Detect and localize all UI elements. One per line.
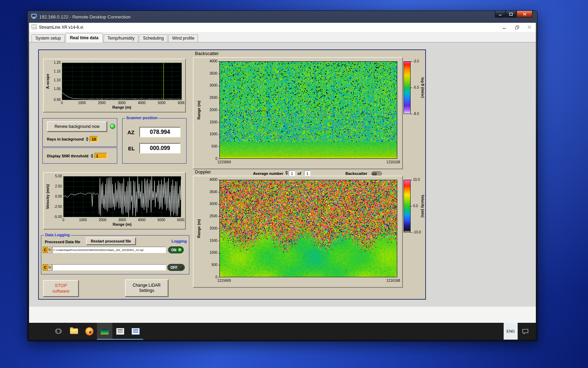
backscatter-heatmap bbox=[194, 59, 401, 168]
drive-letter-box: C bbox=[43, 247, 48, 253]
remote-desktop-session: StreamLine XR v14-6.vi System setup Real… bbox=[29, 23, 536, 340]
doppler-heatmap bbox=[194, 177, 401, 286]
rdp-minimize-button[interactable] bbox=[495, 11, 505, 18]
rays-in-background-label: Rays in background bbox=[47, 137, 84, 141]
document-window-icon bbox=[132, 328, 140, 335]
raw-drive-letter-box: C bbox=[43, 264, 48, 271]
lidar-realtime-panel: Renew background now Rays in background … bbox=[38, 49, 426, 300]
firefox-button[interactable] bbox=[82, 323, 97, 340]
raw-folder-browse-icon[interactable] bbox=[48, 264, 52, 271]
scanner-position-title: Scanner position bbox=[125, 116, 159, 120]
processed-path-field[interactable]: C:\Lidar\Data\Proc\2023\202309\20230921\… bbox=[52, 247, 166, 253]
change-lidar-settings-button[interactable]: Change LiDAR Settings bbox=[125, 279, 168, 297]
doppler-colorbar bbox=[403, 177, 426, 239]
tab-scheduling[interactable]: Scheduling bbox=[139, 34, 167, 42]
average-spinner-icon[interactable] bbox=[285, 171, 288, 175]
app-titlebar[interactable]: StreamLine XR v14-6.vi bbox=[29, 23, 536, 32]
restart-processed-file-button[interactable]: Restart processed file bbox=[86, 237, 136, 245]
logging-label: Logging bbox=[172, 239, 187, 243]
logging-on-label: ON bbox=[171, 248, 176, 252]
app-close-button[interactable] bbox=[523, 23, 536, 32]
logging-off-label: OFF bbox=[170, 266, 177, 270]
backscatter-heatmap-frame bbox=[193, 57, 403, 169]
processed-path-control: C C:\Lidar\Data\Proc\2023\202309\2023092… bbox=[43, 247, 166, 253]
rdp-maximize-button[interactable] bbox=[506, 11, 516, 18]
processed-data-file-label: Processed Data file bbox=[45, 240, 80, 244]
el-label: EL bbox=[128, 145, 135, 151]
stop-button-line2: software bbox=[52, 288, 69, 294]
app-window: StreamLine XR v14-6.vi System setup Real… bbox=[29, 23, 536, 323]
remote-desktop-icon bbox=[31, 14, 37, 20]
language-indicator[interactable]: ENG bbox=[504, 323, 518, 340]
scan-scheduler-button[interactable] bbox=[112, 323, 128, 340]
ascope-graph-frame bbox=[43, 59, 186, 113]
ascope-graph bbox=[44, 60, 184, 111]
app-minimize-button[interactable] bbox=[498, 23, 511, 32]
rays-value-field[interactable]: 10 bbox=[90, 136, 98, 142]
front-panel-area: Renew background now Rays in background … bbox=[29, 42, 536, 323]
folder-browse-icon[interactable] bbox=[48, 247, 52, 253]
taskbar: ENG bbox=[29, 323, 536, 340]
rdp-titlebar[interactable]: 192.168.0.122 - Remote Desktop Connectio… bbox=[28, 11, 537, 23]
el-value-display: 000.099 bbox=[139, 143, 181, 154]
scanner-position-group: Scanner position AZ 078.994 EL 000.099 bbox=[122, 118, 187, 164]
backscatter-colorbar bbox=[403, 59, 426, 120]
notification-center-button[interactable] bbox=[518, 323, 533, 340]
raw-path-control: C bbox=[43, 264, 166, 271]
logging-off-indicator[interactable]: OFF bbox=[167, 264, 185, 271]
taskbar-app-icons bbox=[51, 323, 143, 340]
tab-real-time-data[interactable]: Real time data bbox=[65, 33, 103, 42]
snr-threshold-group: Display SNR threshold 1 bbox=[42, 148, 117, 164]
velocity-graph bbox=[44, 173, 184, 228]
logging-off-led-icon bbox=[179, 265, 183, 270]
scan-scheduler-icon bbox=[116, 328, 124, 335]
data-logging-title: Data Logging bbox=[44, 233, 71, 237]
rdp-window-buttons bbox=[495, 11, 532, 18]
app-restore-button[interactable] bbox=[511, 23, 523, 32]
logging-on-indicator[interactable]: ON bbox=[168, 246, 184, 253]
rays-spinner-icon[interactable] bbox=[86, 137, 89, 141]
streamline-app-button[interactable] bbox=[97, 323, 112, 340]
restore-icon bbox=[515, 26, 519, 29]
change-button-line2: Settings bbox=[139, 288, 154, 293]
file-explorer-icon bbox=[70, 328, 78, 334]
background-group: Renew background now Rays in background … bbox=[42, 118, 117, 147]
average-of-label: of bbox=[298, 171, 301, 176]
taskbar-system-tray: ENG bbox=[504, 323, 533, 340]
task-view-icon bbox=[55, 328, 62, 335]
rdp-window: 192.168.0.122 - Remote Desktop Connectio… bbox=[27, 11, 538, 341]
tab-temp-humidity[interactable]: Temp/humidity bbox=[104, 34, 138, 42]
document-app-button[interactable] bbox=[128, 323, 143, 340]
rays-in-background-control: Rays in background 10 bbox=[47, 136, 98, 142]
app-window-buttons bbox=[498, 23, 536, 32]
tab-wind-profile[interactable]: Wind profile bbox=[168, 34, 198, 42]
renew-background-led-icon bbox=[110, 124, 115, 129]
stop-software-button[interactable]: STOP software bbox=[43, 280, 79, 297]
backscatter-title: Backscatter bbox=[195, 51, 219, 56]
raw-path-field[interactable] bbox=[52, 264, 166, 271]
velocity-graph-frame bbox=[43, 172, 186, 230]
stop-button-line1: STOP bbox=[55, 283, 67, 288]
close-icon bbox=[523, 13, 526, 16]
maximize-icon bbox=[509, 13, 513, 16]
snr-value-field[interactable]: 1 bbox=[94, 153, 107, 159]
app-title: StreamLine XR v14-6.vi bbox=[39, 25, 83, 30]
doppler-title: Doppler bbox=[195, 169, 211, 175]
average-number-label: Average number bbox=[253, 171, 283, 176]
tab-system-setup[interactable]: System setup bbox=[31, 34, 65, 42]
vi-file-icon bbox=[31, 24, 37, 30]
streamline-app-icon bbox=[100, 328, 109, 335]
snr-threshold-control: Display SNR threshold 1 bbox=[47, 153, 107, 159]
notification-center-icon bbox=[522, 328, 529, 334]
task-view-button[interactable] bbox=[51, 323, 66, 340]
data-logging-group: Data Logging Processed Data file Restart… bbox=[41, 235, 189, 274]
renew-background-button[interactable]: Renew background now bbox=[47, 121, 107, 132]
snr-spinner-icon[interactable] bbox=[91, 154, 93, 158]
close-icon bbox=[528, 26, 531, 29]
change-button-line1: Change LiDAR bbox=[133, 283, 161, 288]
minimize-icon bbox=[503, 26, 506, 29]
logging-on-led-icon bbox=[178, 248, 182, 252]
file-explorer-button[interactable] bbox=[66, 323, 82, 340]
az-label: AZ bbox=[127, 129, 134, 135]
rdp-close-button[interactable] bbox=[517, 11, 532, 18]
